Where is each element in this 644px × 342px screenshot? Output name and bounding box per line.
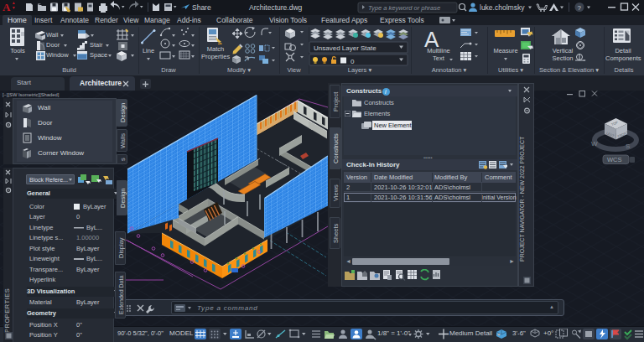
svg-text:[–][SW Isometric][Shaded]: [–][SW Isometric][Shaded] xyxy=(3,92,60,97)
svg-text:?: ? xyxy=(578,4,582,12)
svg-text:Architecture.dwg: Architecture.dwg xyxy=(249,3,303,12)
svg-text:W: W xyxy=(591,140,598,148)
svg-text:Share: Share xyxy=(192,3,211,12)
svg-text:A: A xyxy=(3,1,11,13)
svg-text:luke.cholmsky: luke.cholmsky xyxy=(480,3,525,12)
svg-text:Type a keyword or phrase: Type a keyword or phrase xyxy=(368,4,440,12)
svg-text:S: S xyxy=(626,142,630,150)
svg-text:Unsaved Layer State: Unsaved Layer State xyxy=(314,44,377,52)
svg-text:WCS: WCS xyxy=(607,156,622,163)
svg-text:0: 0 xyxy=(351,58,355,65)
